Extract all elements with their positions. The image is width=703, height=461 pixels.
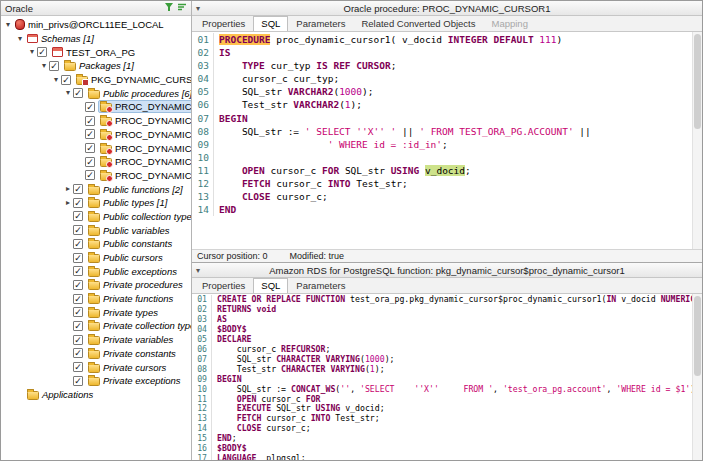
tree-checkbox[interactable]: ✓	[73, 198, 83, 208]
tree-item-private-constants[interactable]: ✓Private constants	[1, 347, 191, 361]
tree-item-public-exceptions[interactable]: ✓Public exceptions	[1, 264, 191, 278]
tree-checkbox[interactable]: ✓	[73, 239, 83, 249]
proc-icon	[100, 117, 112, 126]
tab-sql[interactable]: SQL	[253, 278, 288, 293]
collapsed-arrow-icon[interactable]: ▸	[63, 198, 73, 208]
tab-parameters[interactable]: Parameters	[288, 16, 353, 31]
tree-checkbox[interactable]: ✓	[73, 362, 83, 372]
tree-item-proc-dynamic-cursor5[interactable]: ✓PROC_DYNAMIC_CURSOR5	[1, 155, 191, 169]
object-tree[interactable]: ▾min_privs@ORCL11EE_LOCAL▾Schemas [1]▾✓T…	[1, 16, 191, 460]
tree-item-private-cursors[interactable]: ✓Private cursors	[1, 360, 191, 374]
expanded-arrow-icon[interactable]: ▾	[51, 75, 61, 85]
tree-item-test-ora-pg[interactable]: ▾✓TEST_ORA_PG	[1, 45, 191, 59]
tree-item-private-collection-types[interactable]: ✓Private collection types	[1, 319, 191, 333]
tree-checkbox[interactable]: ✓	[73, 266, 83, 276]
tree-checkbox[interactable]: ✓	[73, 225, 83, 235]
tree-checkbox[interactable]: ✓	[73, 280, 83, 290]
tree-label: Public variables	[103, 225, 170, 236]
line-number: 09	[192, 138, 214, 151]
tab-properties[interactable]: Properties	[194, 16, 253, 31]
collapse-tree-icon[interactable]	[177, 2, 187, 14]
tree-checkbox[interactable]: ✓	[85, 170, 95, 180]
folder-icon	[88, 336, 100, 345]
sql-editor-oracle[interactable]: 01PROCEDURE proc_dynamic_cursor1( v_doci…	[192, 32, 702, 249]
code-line: 15END;	[192, 434, 702, 444]
tree-checkbox[interactable]: ✓	[85, 129, 95, 139]
tree-checkbox[interactable]: ✓	[73, 253, 83, 263]
expanded-arrow-icon[interactable]: ▾	[27, 47, 37, 57]
proc-icon	[100, 158, 112, 167]
tree-checkbox[interactable]: ✓	[73, 307, 83, 317]
tree-checkbox[interactable]: ✓	[73, 184, 83, 194]
tree-item-schemas-1[interactable]: ▾Schemas [1]	[1, 32, 191, 46]
tree-item-public-functions-2[interactable]: ▸✓Public functions [2]	[1, 182, 191, 196]
tree-item-proc-dynamic-cursor1[interactable]: ✓PROC_DYNAMIC_CURSOR1	[1, 100, 191, 114]
tree-checkbox[interactable]: ✓	[73, 321, 83, 331]
collapse-panel-icon[interactable]: ▾	[196, 266, 206, 275]
tree-item-proc-dynamic-cursor6[interactable]: ✓PROC_DYNAMIC_CURSOR6	[1, 169, 191, 183]
tree-checkbox[interactable]: ✓	[37, 47, 47, 57]
tab-properties[interactable]: Properties	[194, 278, 253, 293]
tree-item-public-procedures-6[interactable]: ▾✓Public procedures [6]	[1, 86, 191, 100]
tree-item-min-privs-orcl11ee-local[interactable]: ▾min_privs@ORCL11EE_LOCAL	[1, 18, 191, 32]
tree-checkbox[interactable]: ✓	[73, 294, 83, 304]
package-icon	[76, 76, 88, 85]
tree-item-proc-dynamic-cursor3[interactable]: ✓PROC_DYNAMIC_CURSOR3	[1, 128, 191, 142]
tree-label: Public types [1]	[103, 197, 167, 208]
tree-label: TEST_ORA_PG	[66, 47, 135, 58]
top-code: 01PROCEDURE proc_dynamic_cursor1( v_doci…	[192, 33, 702, 216]
tree-label: min_privs@ORCL11EE_LOCAL	[28, 19, 164, 30]
tree-checkbox[interactable]: ✓	[85, 102, 95, 112]
tree-checkbox[interactable]: ✓	[85, 157, 95, 167]
tree-checkbox[interactable]: ✓	[73, 376, 83, 386]
code-line: 14END	[192, 203, 702, 216]
tree-checkbox[interactable]: ✓	[49, 61, 59, 71]
collapse-panel-icon[interactable]: ▾	[196, 4, 206, 13]
tree-item-pkg-dynamic-cursor[interactable]: ▾✓PKG_DYNAMIC_CURSOR	[1, 73, 191, 87]
tree-item-public-constants[interactable]: ✓Public constants	[1, 237, 191, 251]
filter-tree-icon[interactable]	[164, 2, 174, 14]
tree-item-private-variables[interactable]: ✓Private variables	[1, 333, 191, 347]
bottom-scrollbar[interactable]	[692, 294, 702, 460]
tree-label: Private types	[103, 307, 158, 318]
tree-label: Public procedures [6]	[103, 88, 191, 99]
tree-checkbox[interactable]: ✓	[73, 335, 83, 345]
expanded-arrow-icon[interactable]: ▾	[15, 34, 25, 44]
tree-checkbox[interactable]: ✓	[73, 88, 83, 98]
tree-item-proc-dynamic-cursor4[interactable]: ✓PROC_DYNAMIC_CURSOR4	[1, 141, 191, 155]
top-scrollbar-thumb[interactable]	[694, 34, 701, 129]
tree-checkbox[interactable]: ✓	[85, 116, 95, 126]
tree-item-packages-1[interactable]: ▾✓Packages [1]	[1, 59, 191, 73]
tree-item-private-types[interactable]: ✓Private types	[1, 305, 191, 319]
expanded-arrow-icon[interactable]: ▾	[3, 20, 13, 30]
top-scrollbar[interactable]	[692, 32, 702, 249]
tree-checkbox[interactable]: ✓	[73, 211, 83, 221]
tree-item-public-types-1[interactable]: ▸✓Public types [1]	[1, 196, 191, 210]
line-number: 06	[192, 98, 214, 111]
tree-item-private-procedures[interactable]: ✓Private procedures	[1, 278, 191, 292]
tree-item-proc-dynamic-cursor2[interactable]: ✓PROC_DYNAMIC_CURSOR2	[1, 114, 191, 128]
tree-item-applications[interactable]: Applications	[1, 388, 191, 402]
tree-checkbox[interactable]: ✓	[85, 143, 95, 153]
tab-parameters[interactable]: Parameters	[288, 278, 353, 293]
bottom-tabs: PropertiesSQLParameters	[192, 278, 702, 294]
folder-icon	[88, 281, 100, 290]
tree-item-public-cursors[interactable]: ✓Public cursors	[1, 251, 191, 265]
collapsed-arrow-icon[interactable]: ▸	[63, 184, 73, 194]
cursor-position-label: Cursor position: 0	[197, 251, 268, 261]
code-line: 04 cursor_c cur_typ;	[192, 72, 702, 85]
tab-sql[interactable]: SQL	[253, 16, 288, 31]
tree-checkbox[interactable]: ✓	[61, 75, 71, 85]
tree-item-private-functions[interactable]: ✓Private functions	[1, 292, 191, 306]
bottom-scrollbar-thumb[interactable]	[694, 296, 701, 376]
code-line: 11 OPEN cursor_c FOR SQL_str USING v_doc…	[192, 164, 702, 177]
expanded-arrow-icon[interactable]: ▾	[63, 88, 73, 98]
line-number: 13	[192, 190, 214, 203]
tab-related-converted-objects[interactable]: Related Converted Objects	[353, 16, 483, 31]
sql-editor-postgres[interactable]: 01CREATE OR REPLACE FUNCTION test_ora_pg…	[192, 294, 702, 460]
tree-item-public-variables[interactable]: ✓Public variables	[1, 223, 191, 237]
tree-item-public-collection-types[interactable]: ✓Public collection types	[1, 210, 191, 224]
tree-checkbox[interactable]: ✓	[73, 348, 83, 358]
expanded-arrow-icon[interactable]: ▾	[39, 61, 49, 71]
tree-item-private-exceptions[interactable]: ✓Private exceptions	[1, 374, 191, 388]
